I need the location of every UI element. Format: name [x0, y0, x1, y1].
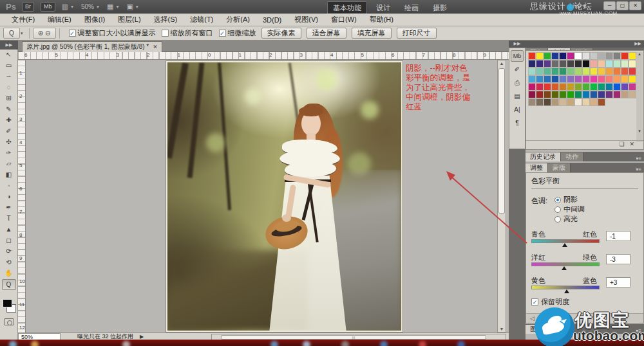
color-swatch[interactable]	[559, 52, 567, 60]
color-swatch[interactable]	[621, 60, 629, 68]
option-checkbox-3[interactable]: ✓细微缩放	[219, 28, 256, 38]
color-swatch[interactable]	[536, 83, 544, 91]
option-button-1[interactable]: 实际像素	[261, 28, 301, 39]
zoom-level-value[interactable]: 50%	[81, 3, 94, 10]
scroll-down-icon[interactable]: ▼	[498, 327, 506, 331]
color-swatch[interactable]	[574, 98, 582, 106]
color-swatch[interactable]	[536, 75, 544, 83]
guides-icon[interactable]: ▥	[62, 3, 68, 11]
photo-document[interactable]	[166, 61, 402, 332]
zoom-mode-toggle[interactable]: ⊕ ⊖	[33, 28, 56, 39]
quick-selection-tool[interactable]: ◌	[2, 82, 16, 93]
color-swatch[interactable]	[551, 68, 559, 75]
option-checkbox-2[interactable]: 缩放所有窗口	[162, 28, 213, 38]
quick-mask-icon[interactable]	[4, 318, 14, 325]
color-swatch[interactable]	[582, 52, 590, 60]
color-swatch[interactable]	[574, 52, 582, 60]
slider-value[interactable]: -3	[606, 254, 630, 264]
color-swatch[interactable]	[598, 83, 605, 91]
pen-tool[interactable]: ✒	[2, 203, 16, 214]
color-swatch[interactable]	[582, 98, 590, 106]
dodge-tool[interactable]: ◑	[2, 192, 16, 203]
color-swatch[interactable]	[605, 60, 613, 68]
menu-item-5[interactable]: 选择(S)	[147, 15, 184, 24]
radio-icon[interactable]	[554, 216, 561, 223]
menu-item-3[interactable]: 图像(I)	[78, 15, 111, 24]
color-swatch[interactable]	[605, 83, 613, 91]
close-button[interactable]: ✕	[629, 1, 641, 10]
color-swatch[interactable]	[536, 98, 544, 106]
menu-item-8[interactable]: 3D(D)	[256, 16, 288, 24]
type-tool[interactable]: T	[2, 214, 16, 224]
menu-item-9[interactable]: 视图(V)	[288, 15, 325, 24]
color-swatch[interactable]	[629, 68, 636, 75]
tone-radio-1[interactable]: 阴影	[554, 195, 578, 205]
color-swatch[interactable]	[567, 60, 574, 68]
color-swatch[interactable]	[559, 68, 567, 75]
arrange-caret-icon[interactable]: ▾	[116, 4, 118, 10]
color-swatch[interactable]	[567, 68, 574, 75]
color-swatch[interactable]	[598, 91, 605, 98]
character-panel-icon[interactable]: A|	[511, 104, 524, 116]
color-swatch[interactable]	[613, 75, 621, 83]
move-tool[interactable]: ↖	[2, 50, 16, 60]
color-swatch[interactable]	[590, 52, 598, 60]
color-swatch[interactable]	[590, 83, 598, 91]
color-swatch[interactable]	[590, 75, 598, 83]
color-swatch[interactable]	[629, 52, 636, 60]
color-swatch[interactable]	[567, 75, 574, 83]
rotate-3d-tool[interactable]: ⟳	[2, 246, 16, 257]
color-swatch[interactable]	[574, 68, 582, 75]
brush-tool[interactable]: ✐	[2, 126, 16, 137]
tools-panel-collapse-icon[interactable]: ▶▶	[0, 41, 18, 50]
option-button-3[interactable]: 填充屏幕	[352, 28, 392, 39]
panel-dock-collapse-icon[interactable]: ▶▶	[526, 41, 644, 48]
lasso-tool[interactable]: ∽	[2, 71, 16, 82]
zoom-tool[interactable]: Q	[2, 279, 16, 290]
color-swatch[interactable]	[528, 52, 536, 60]
color-balance-slider[interactable]	[531, 286, 600, 289]
hand-tool[interactable]: ✋	[2, 268, 16, 279]
tone-radio-3[interactable]: 高光	[554, 214, 578, 224]
color-swatch[interactable]	[613, 52, 621, 60]
workspace-3-button[interactable]: 绘画	[399, 2, 424, 14]
color-swatch[interactable]	[598, 60, 605, 68]
color-swatch[interactable]	[582, 60, 590, 68]
screen-mode-icon[interactable]: ▣	[126, 3, 133, 11]
color-swatch[interactable]	[544, 75, 551, 83]
color-swatch[interactable]	[574, 83, 582, 91]
color-swatch[interactable]	[629, 60, 636, 68]
scroll-up-icon[interactable]: ▲	[498, 61, 506, 66]
color-swatch[interactable]	[544, 91, 551, 98]
minimize-button[interactable]: ─	[603, 1, 616, 10]
color-swatch[interactable]	[528, 98, 536, 106]
dock-strip-collapse-icon[interactable]: ▶▶	[509, 41, 526, 48]
status-options-arrow-icon[interactable]: ▶	[140, 334, 144, 340]
color-swatch[interactable]	[605, 52, 613, 60]
tab-close-icon[interactable]: ✕	[153, 44, 158, 50]
slider-thumb[interactable]	[562, 266, 567, 270]
arrange-documents-icon[interactable]: ▦	[107, 3, 113, 11]
preserve-luminosity-checkbox[interactable]: ✓	[531, 298, 538, 305]
toggle-visibility-icon[interactable]: ◉	[550, 315, 555, 322]
menu-item-7[interactable]: 分析(A)	[220, 15, 256, 24]
option-button-2[interactable]: 适合屏幕	[307, 28, 346, 39]
slider-value[interactable]: +3	[606, 277, 630, 287]
tone-radio-2[interactable]: 中间调	[554, 205, 585, 214]
workspace-1-button[interactable]: 基本功能	[327, 1, 367, 15]
path-selection-tool[interactable]: ▲	[2, 224, 16, 235]
color-swatch[interactable]	[621, 52, 629, 60]
history-panel-menu-icon[interactable]: ▾≡	[636, 156, 644, 161]
color-swatch[interactable]	[559, 98, 567, 106]
menu-item-6[interactable]: 滤镜(T)	[184, 15, 220, 24]
color-swatch[interactable]	[551, 52, 559, 60]
color-swatch[interactable]	[559, 83, 567, 91]
adjustments-tab-2[interactable]: 蒙版	[548, 163, 571, 172]
tool-preset-caret-icon[interactable]: ▾	[21, 31, 23, 36]
eraser-tool[interactable]: ▱	[2, 159, 16, 170]
workspace-2-button[interactable]: 设计	[371, 2, 395, 14]
history-tab-1[interactable]: 历史记录	[526, 152, 561, 161]
layer-comps-icon[interactable]: ▤	[511, 91, 524, 102]
color-swatch[interactable]	[629, 75, 636, 83]
color-swatch[interactable]	[528, 68, 536, 75]
